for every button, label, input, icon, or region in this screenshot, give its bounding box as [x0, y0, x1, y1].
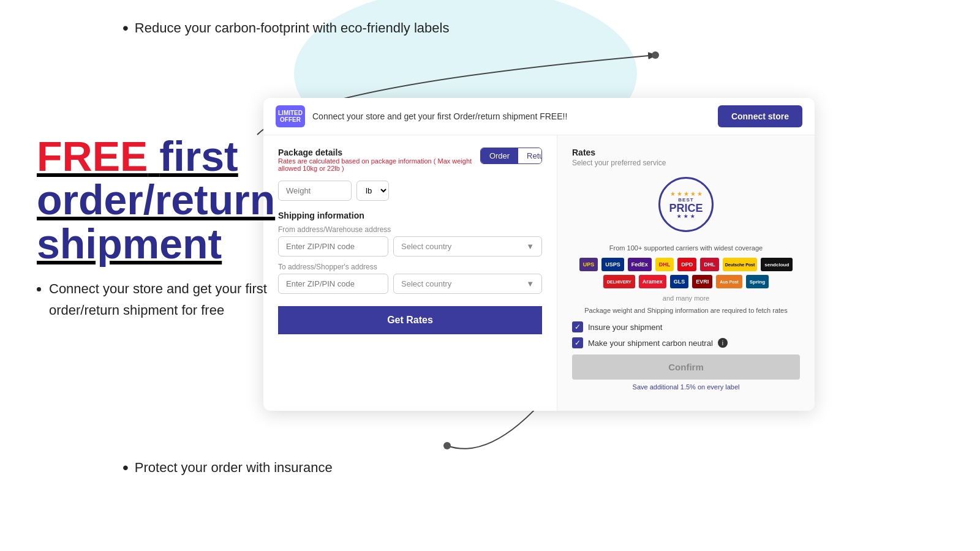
order-return-toggle[interactable]: Order Return — [480, 148, 542, 164]
carrier-logo-dhl-express: DHL — [655, 258, 674, 271]
bottom-bullet-text: Protect your order with insurance — [135, 460, 333, 476]
from-address-label: From address/Warehouse address — [278, 225, 542, 234]
card-body: Package details Rates are calculated bas… — [263, 135, 815, 411]
order-button[interactable]: Order — [481, 148, 518, 163]
fetch-rates-message: Package weight and Shipping information … — [572, 307, 800, 314]
bottom-bullet: Protect your order with insurance — [123, 458, 333, 478]
badge-main-text: PRICE — [669, 203, 703, 214]
package-subtitle: Rates are calculated based on package in… — [278, 157, 480, 172]
to-address-label: To address/Shopper's address — [278, 263, 542, 271]
carrier-logo-fedex: FedEx — [628, 258, 652, 271]
weight-input[interactable] — [278, 181, 352, 201]
from-country-chevron-icon: ▼ — [526, 242, 534, 251]
rates-title: Rates — [572, 148, 800, 157]
carrier-logo-australia-post: Aus Post — [716, 275, 742, 288]
to-country-select[interactable]: Select country ▼ — [393, 274, 542, 294]
to-address-row: Select country ▼ — [278, 274, 542, 294]
carrier-logo-ups: UPS — [579, 258, 598, 271]
from-zip-input[interactable] — [278, 236, 388, 257]
to-zip-input[interactable] — [278, 274, 388, 294]
get-rates-button[interactable]: Get Rates — [278, 306, 542, 334]
carrier-logo-evri: EVRI — [692, 275, 712, 288]
carrier-logo-dpd: DPD — [677, 258, 696, 271]
banner: LIMITEDOFFER Connect your store and get … — [263, 98, 815, 135]
top-bullet: Reduce your carbon-footprint with eco-fr… — [123, 18, 449, 38]
carbon-checkbox-row[interactable]: ✓ Make your shipment carbon neutral i — [572, 337, 800, 348]
from-country-select[interactable]: Select country ▼ — [393, 236, 542, 257]
best-price-badge: ★★★★★ BEST PRICE ★ ★ ★ — [572, 177, 800, 237]
carrier-logo-spring: Spring — [746, 275, 769, 288]
carbon-info-icon[interactable]: i — [718, 338, 728, 348]
hero-heading: FREE first order/return shipment — [37, 135, 270, 266]
insure-label: Insure your shipment — [588, 323, 662, 332]
badge-stars: ★★★★★ — [670, 190, 703, 197]
insure-checkbox[interactable]: ✓ — [572, 321, 583, 332]
insure-checkbox-row[interactable]: ✓ Insure your shipment — [572, 321, 800, 332]
svg-point-0 — [652, 51, 659, 59]
package-title-group: Package details Rates are calculated bas… — [278, 148, 480, 178]
many-more-text: and many more — [572, 294, 800, 302]
carrier-logo-dhl-red: DHL — [700, 258, 719, 271]
limited-offer-icon: LIMITEDOFFER — [276, 105, 305, 127]
coverage-text: From 100+ supported carriers with widest… — [572, 244, 800, 252]
connect-store-button[interactable]: Connect store — [718, 105, 802, 127]
carrier-logo-delhivery: DELHIVERY — [603, 275, 635, 288]
unit-select[interactable]: lb — [356, 181, 389, 201]
to-country-chevron-icon: ▼ — [526, 279, 534, 288]
carbon-label: Make your shipment carbon neutral — [588, 339, 713, 348]
shipping-section-title: Shipping information — [278, 211, 542, 220]
package-title: Package details — [278, 148, 480, 157]
carrier-logo-aramex: Aramex — [639, 275, 666, 288]
order-return-word: order/return — [37, 176, 275, 223]
banner-text: Connect your store and get your first Or… — [312, 111, 567, 121]
from-address-row: Select country ▼ — [278, 236, 542, 257]
confirm-button[interactable]: Confirm — [572, 354, 800, 380]
right-panel: Rates Select your preferred service ★★★★… — [557, 135, 815, 411]
badge-bottom-text: ★ ★ ★ — [677, 214, 695, 219]
ui-card: LIMITEDOFFER Connect your store and get … — [263, 98, 815, 411]
shipment-word: shipment — [37, 220, 222, 267]
carrier-logo-usps: USPS — [601, 258, 624, 271]
weight-row: lb — [278, 181, 542, 201]
carrier-logo-gls: GLS — [670, 275, 689, 288]
carrier-logos: UPS USPS FedEx DHL DPD DHL Deutsche Post… — [572, 258, 800, 288]
left-panel: Package details Rates are calculated bas… — [263, 135, 557, 411]
svg-point-1 — [443, 442, 451, 449]
free-word: FREE — [37, 133, 148, 179]
carbon-checkbox[interactable]: ✓ — [572, 337, 583, 348]
save-additional-text: Save additional 1.5% on every label — [572, 383, 800, 391]
rates-subtitle: Select your preferred service — [572, 159, 800, 167]
first-word: first — [159, 133, 238, 179]
from-country-text: Select country — [401, 242, 451, 251]
package-header: Package details Rates are calculated bas… — [278, 148, 542, 178]
banner-left: LIMITEDOFFER Connect your store and get … — [276, 105, 567, 127]
carrier-logo-deutsche-post: Deutsche Post — [723, 258, 758, 271]
return-button[interactable]: Return — [518, 148, 542, 163]
banner-icon-text: LIMITEDOFFER — [278, 110, 303, 123]
top-bullet-text: Reduce your carbon-footprint with eco-fr… — [135, 20, 450, 36]
left-bullet-list: Connect your store and get your first or… — [37, 278, 270, 321]
to-country-text: Select country — [401, 279, 451, 288]
left-bullet-item: Connect your store and get your first or… — [49, 278, 270, 321]
badge-circle: ★★★★★ BEST PRICE ★ ★ ★ — [658, 177, 714, 232]
left-content: FREE first order/return shipment Connect… — [37, 135, 270, 321]
carrier-logo-sendcloud: sendcloud — [761, 258, 793, 271]
